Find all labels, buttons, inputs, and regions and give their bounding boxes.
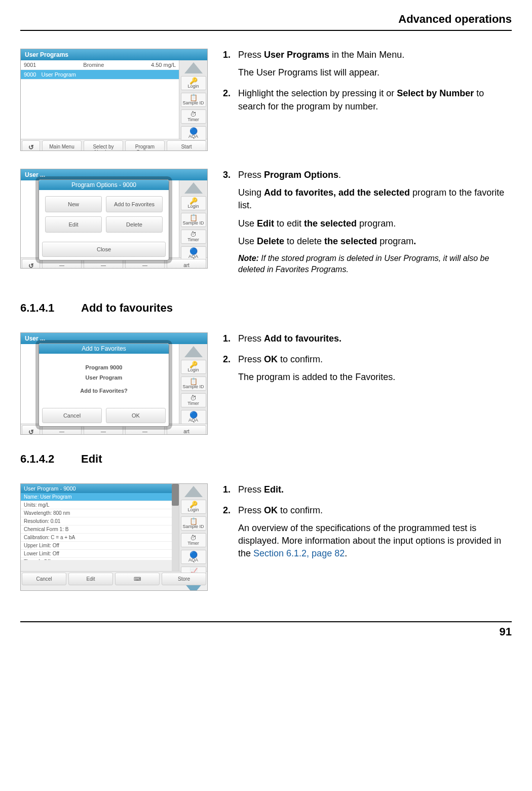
device-screenshot: User Programs 9001 Bromine 4.50 mg/L 900… — [20, 49, 208, 151]
scroll-up-icon[interactable] — [184, 346, 203, 357]
start-button[interactable]: Start — [167, 140, 206, 151]
scrollbar-thumb[interactable] — [172, 484, 179, 506]
sample-id-button[interactable]: 📋Sample ID — [181, 376, 206, 391]
timer-button[interactable]: ⏱Timer — [181, 109, 206, 124]
login-button[interactable]: 🔑Login — [181, 360, 206, 374]
device-screenshot: User ... 🔑Login 📋Sample ID ⏱Timer 🔵AQA 📈… — [20, 332, 208, 435]
delete-button[interactable]: Delete — [106, 216, 163, 233]
step-number: 1. — [223, 49, 238, 84]
sample-id-button[interactable]: 📋Sample ID — [181, 93, 206, 107]
add-to-favorites-dialog: Add to Favorites Program 9000 User Progr… — [39, 343, 169, 427]
scrollbar[interactable] — [172, 484, 179, 571]
dialog-line: Program 9000 — [86, 364, 123, 370]
aqa-button[interactable]: 🔵AQA — [181, 550, 206, 564]
screen-titlebar: User ... — [21, 169, 207, 180]
spec-row[interactable]: Chemical Form 1: B — [21, 525, 172, 534]
screen-titlebar: User Program - 9000 — [21, 484, 172, 493]
keyboard-icon: ⌨ — [134, 576, 141, 582]
list-item-selected[interactable]: 9000 User Program — [21, 70, 179, 80]
running-header: Advanced operations — [20, 0, 512, 31]
instructions: 1. Press Edit. 2. Press OK to confirm. A… — [223, 483, 512, 591]
side-toolbar: 🔑Login 📋Sample ID ⏱Timer 🔵AQA 📈Trends — [179, 484, 207, 571]
screenshot-add-favourites: User ... 🔑Login 📋Sample ID ⏱Timer 🔵AQA 📈… — [20, 332, 208, 435]
timer-button[interactable]: ⏱Timer — [181, 533, 206, 547]
step-number: 1. — [223, 332, 238, 350]
spec-row[interactable]: Timer 1: Off — [21, 558, 172, 560]
button-bar: Cancel Edit ⌨ Store — [21, 571, 207, 586]
edit-button[interactable]: Edit — [45, 216, 102, 233]
aqa-button[interactable]: 🔵AQA — [181, 246, 206, 260]
page-number: 91 — [20, 621, 512, 638]
dialog-title: Add to Favorites — [39, 344, 169, 354]
block-program-options: User ... 🔑Login 📋Sample ID ⏱Timer 🔵AQA 📈… — [20, 169, 512, 284]
close-button[interactable]: Close — [42, 242, 166, 257]
step-number: 2. — [223, 504, 238, 566]
step-number: 2. — [223, 353, 238, 389]
program-spec-list: User Program - 9000 Name: User Program U… — [21, 484, 172, 560]
instructions: 1. Press Add to favourites. 2. Press OK … — [223, 332, 512, 435]
dialog-question: Add to Favorites? — [80, 388, 128, 394]
cancel-button[interactable]: Cancel — [42, 408, 102, 423]
login-button[interactable]: 🔑Login — [181, 76, 206, 90]
back-button[interactable]: ↺ — [22, 425, 40, 435]
block-edit: User Program - 9000 Name: User Program U… — [20, 483, 512, 591]
side-toolbar: 🔑Login 📋Sample ID ⏱Timer 🔵AQA 📈Trends — [179, 180, 207, 257]
program-options-button[interactable]: Program Options — [125, 140, 165, 151]
new-button[interactable]: New — [45, 196, 102, 212]
instructions: 1. Press User Programs in the Main Menu.… — [223, 49, 512, 151]
spec-row[interactable]: Calibration: C = a + bA — [21, 534, 172, 542]
dialog-title: Program Options - 9000 — [39, 180, 169, 190]
store-button[interactable]: Store — [162, 573, 206, 585]
cancel-button[interactable]: Cancel — [22, 573, 66, 585]
login-button[interactable]: 🔑Login — [181, 196, 206, 210]
back-button[interactable]: ↺ — [22, 140, 40, 151]
screenshot-program-options: User ... 🔑Login 📋Sample ID ⏱Timer 🔵AQA 📈… — [20, 169, 208, 284]
login-button[interactable]: 🔑Login — [181, 500, 206, 514]
program-options-dialog: Program Options - 9000 New Add to Favori… — [39, 179, 169, 260]
section-link[interactable]: Section 6.1.2, page 82 — [253, 548, 345, 558]
program-list: 9001 Bromine 4.50 mg/L 9000 User Program — [21, 60, 179, 139]
block-user-programs: User Programs 9001 Bromine 4.50 mg/L 900… — [20, 49, 512, 151]
step-number: 2. — [223, 87, 238, 118]
timer-button[interactable]: ⏱Timer — [181, 393, 206, 407]
spec-row-selected[interactable]: Name: User Program — [21, 493, 172, 501]
spec-row[interactable]: Resolution: 0.01 — [21, 517, 172, 525]
spec-row[interactable]: Units: mg/L — [21, 501, 172, 509]
section-heading-add-favourites: 6.1.4.1 Add to favourites — [20, 302, 512, 315]
step-number: 1. — [223, 483, 238, 501]
button-bar: ↺ Main Menu Select by Number Program Opt… — [21, 139, 207, 151]
spec-row[interactable]: Upper Limit: Off — [21, 542, 172, 550]
sample-id-button[interactable]: 📋Sample ID — [181, 213, 206, 227]
device-screenshot: User Program - 9000 Name: User Program U… — [20, 483, 208, 591]
keyboard-button[interactable]: ⌨ — [115, 573, 160, 585]
section-heading-edit: 6.1.4.2 Edit — [20, 453, 512, 466]
timer-button[interactable]: ⏱Timer — [181, 230, 206, 244]
instructions: 3. Press Program Options. Using Add to f… — [223, 169, 512, 284]
main-menu-button[interactable]: Main Menu — [42, 140, 82, 151]
page: Advanced operations User Programs 9001 B… — [0, 0, 532, 659]
list-item[interactable]: 9001 Bromine 4.50 mg/L — [21, 60, 179, 70]
scroll-up-icon[interactable] — [184, 62, 203, 73]
sample-id-button[interactable]: 📋Sample ID — [181, 516, 206, 531]
screenshot-user-programs-list: User Programs 9001 Bromine 4.50 mg/L 900… — [20, 49, 208, 151]
screen-titlebar: User Programs — [21, 49, 207, 60]
select-by-number-button[interactable]: Select by Number — [84, 140, 123, 151]
ok-button[interactable]: OK — [106, 408, 166, 423]
spec-row[interactable]: Lower Limit: Off — [21, 550, 172, 558]
side-toolbar: 🔑Login 📋Sample ID ⏱Timer 🔵AQA 📈Trends — [179, 60, 207, 139]
aqa-button[interactable]: 🔵AQA — [181, 126, 206, 140]
screenshot-edit: User Program - 9000 Name: User Program U… — [20, 483, 208, 591]
device-screenshot: User ... 🔑Login 📋Sample ID ⏱Timer 🔵AQA 📈… — [20, 169, 208, 269]
step-number: 3. — [223, 169, 238, 281]
edit-button[interactable]: Edit — [68, 573, 113, 585]
block-add-favourites: User ... 🔑Login 📋Sample ID ⏱Timer 🔵AQA 📈… — [20, 332, 512, 435]
spec-row[interactable]: Wavelength: 800 nm — [21, 509, 172, 517]
scroll-up-icon[interactable] — [184, 182, 203, 194]
aqa-button[interactable]: 🔵AQA — [181, 410, 206, 424]
dialog-line: User Program — [86, 374, 123, 381]
note: Note: If the stored program is deleted i… — [238, 253, 512, 276]
add-to-favorites-button[interactable]: Add to Favorites — [106, 196, 163, 212]
side-toolbar: 🔑Login 📋Sample ID ⏱Timer 🔵AQA 📈Trends — [179, 344, 207, 424]
back-button[interactable]: ↺ — [22, 259, 40, 269]
scroll-up-icon[interactable] — [184, 486, 203, 497]
